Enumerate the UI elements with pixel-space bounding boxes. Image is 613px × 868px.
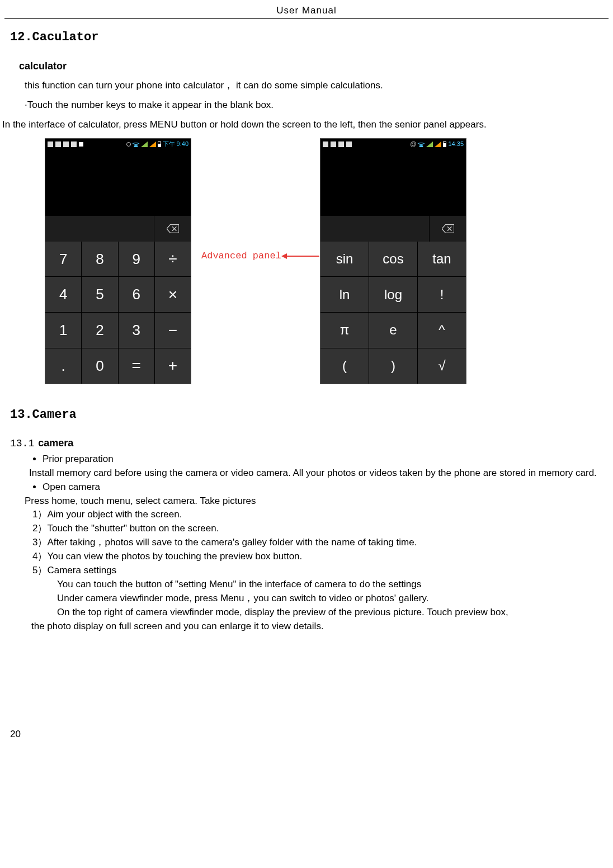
annotation-column: Advanced panel [191, 138, 320, 384]
backspace-icon [167, 224, 179, 233]
camera-settings-3a: On the top right of camera viewfinder mo… [57, 606, 609, 619]
calculator-subhead: calculator [19, 59, 613, 73]
status-bar: @ 14:35 [320, 139, 466, 150]
step-1: 1）Aim your object with the screen. [32, 508, 609, 521]
status-icon [346, 141, 352, 147]
key-lparen[interactable]: ( [320, 348, 369, 384]
backspace-icon [442, 224, 454, 233]
key-6[interactable]: 6 [119, 277, 154, 312]
page-header: User Manual [4, 4, 609, 19]
step-5: 5）Camera settings [32, 564, 609, 577]
key-factorial[interactable]: ! [418, 277, 466, 312]
key-divide[interactable]: ÷ [155, 242, 191, 277]
open-camera-text: Press home, touch menu, select camera. T… [25, 495, 609, 508]
key-5[interactable]: 5 [82, 277, 117, 312]
key-ln[interactable]: ln [320, 277, 369, 312]
calculator-advanced-note: In the interface of calculator, press ME… [2, 119, 609, 131]
key-log[interactable]: log [369, 277, 417, 312]
signal-icon [141, 141, 148, 147]
battery-icon [443, 141, 446, 147]
key-7[interactable]: 7 [45, 242, 81, 277]
key-3[interactable]: 3 [119, 313, 154, 348]
subsection-number: 13.1 [10, 438, 34, 449]
status-bar: 下午 9:40 [45, 139, 191, 150]
key-multiply[interactable]: × [155, 277, 191, 312]
camera-bullets: Open camera [43, 481, 609, 494]
status-time: 14:35 [448, 140, 464, 148]
key-sqrt[interactable]: √ [418, 348, 466, 384]
status-time: 下午 9:40 [163, 140, 188, 148]
advanced-keypad: sin cos tan ln log ! π e ^ ( ) √ [320, 242, 466, 384]
basic-calculator-screenshot: 下午 9:40 7 8 9 ÷ 4 5 6 × 1 2 3 − . 0 = + [45, 138, 191, 384]
basic-keypad: 7 8 9 ÷ 4 5 6 × 1 2 3 − . 0 = + [45, 242, 191, 384]
key-e[interactable]: e [369, 313, 417, 348]
status-icon [79, 142, 83, 147]
page-number: 20 [10, 728, 613, 741]
wifi-icon [418, 141, 425, 147]
status-icon [323, 141, 328, 147]
key-8[interactable]: 8 [82, 242, 117, 277]
calculator-intro: this function can turn your phone into c… [25, 79, 609, 92]
key-1[interactable]: 1 [45, 313, 81, 348]
backspace-button[interactable] [154, 216, 191, 242]
bullet-open-camera: Open camera [43, 481, 609, 494]
key-minus[interactable]: − [155, 313, 191, 348]
camera-settings-1: You can touch the button of "setting Men… [57, 578, 609, 591]
advanced-calculator-screenshot: @ 14:35 sin cos tan ln log ! π e ^ [320, 138, 466, 384]
key-rparen[interactable]: ) [369, 348, 417, 384]
backspace-button[interactable] [430, 216, 466, 242]
delete-row [45, 216, 191, 242]
annotation-text: Advanced panel [201, 250, 281, 263]
calculator-touch-note: ·Touch the number keys to make it appear… [25, 99, 609, 112]
camera-settings-3b: the photo display on full screen and you… [31, 620, 609, 633]
signal-icon [149, 141, 156, 147]
step-4: 4）You can view the photos by touching th… [32, 550, 609, 563]
at-icon: @ [410, 140, 416, 148]
status-icon [71, 141, 77, 147]
key-equals[interactable]: = [119, 348, 154, 384]
arrow-icon [286, 256, 319, 257]
step-3: 3）After taking，photos will save to the c… [32, 536, 609, 549]
alarm-icon [126, 142, 131, 147]
prior-preparation-text: Install memory card before using the cam… [29, 467, 609, 480]
delete-row [320, 216, 466, 242]
status-icon [48, 141, 53, 147]
wifi-icon [133, 141, 139, 147]
key-0[interactable]: 0 [82, 348, 117, 384]
subsection-label: camera [38, 437, 73, 449]
calculator-screenshots: 下午 9:40 7 8 9 ÷ 4 5 6 × 1 2 3 − . 0 = + [45, 138, 613, 384]
advanced-panel-annotation: Advanced panel [201, 250, 319, 263]
key-cos[interactable]: cos [369, 242, 417, 277]
section-12-heading: 12.Caculator [10, 29, 613, 46]
section-13-1-heading: 13.1 camera [10, 436, 613, 450]
key-pi[interactable]: π [320, 313, 369, 348]
signal-icon [435, 141, 441, 147]
camera-settings-2: Under camera viewfinder mode, press Menu… [57, 592, 609, 605]
calculator-display [45, 150, 191, 216]
bullet-prior-preparation: Prior preparation [43, 453, 609, 466]
key-sin[interactable]: sin [320, 242, 369, 277]
status-icon [55, 141, 61, 147]
key-9[interactable]: 9 [119, 242, 154, 277]
key-power[interactable]: ^ [418, 313, 466, 348]
camera-bullets: Prior preparation [43, 453, 609, 466]
signal-icon [426, 141, 433, 147]
key-2[interactable]: 2 [82, 313, 117, 348]
calculator-display [320, 150, 466, 216]
key-4[interactable]: 4 [45, 277, 81, 312]
status-icon [63, 141, 69, 147]
key-plus[interactable]: + [155, 348, 191, 384]
step-2: 2）Touch the "shutter" button on the scre… [32, 522, 609, 535]
status-icon [331, 141, 336, 147]
status-icon [338, 141, 344, 147]
key-dot[interactable]: . [45, 348, 81, 384]
section-13-heading: 13.Camera [10, 407, 613, 423]
key-tan[interactable]: tan [418, 242, 466, 277]
battery-icon [158, 141, 161, 147]
